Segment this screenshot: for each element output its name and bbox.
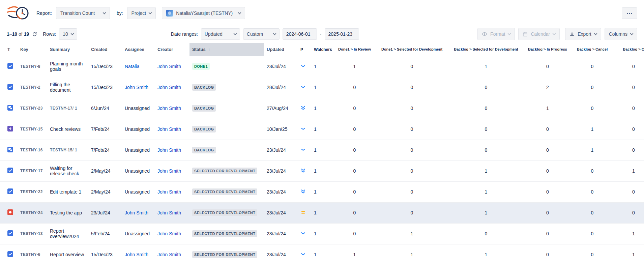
issue-key: TESTNY-22 [18, 181, 47, 202]
table-row[interactable]: TESTNY-13 Report overview2024 5/Feb/24 U… [0, 223, 644, 244]
columns-button[interactable]: Columns [605, 28, 637, 40]
report-label: Report: [36, 10, 52, 16]
transition-count: 0 [333, 223, 376, 244]
transition-count: 1 [376, 244, 448, 264]
transition-count: 0 [571, 202, 613, 223]
chevron-down-icon [103, 11, 106, 14]
more-menu-button[interactable]: ⋯ [622, 7, 637, 19]
rows-per-page-select[interactable]: 10 [59, 28, 77, 40]
priority-low-icon [300, 231, 306, 236]
column-header-assignee[interactable]: Assignee [122, 43, 155, 56]
creator-link[interactable]: John Smith [155, 56, 189, 77]
priority-low-icon [300, 63, 306, 69]
chevron-down-icon [508, 32, 511, 35]
priority-low-icon [300, 84, 306, 90]
column-header-backlog-selected-for-development[interactable]: Backlog > Selected for Development [448, 43, 524, 56]
creator-link[interactable]: John Smith [155, 98, 189, 119]
column-header-created[interactable]: Created [88, 43, 122, 56]
created-date: 5/Feb/24 [88, 223, 122, 244]
table-row[interactable]: TESTNY-6 Report overview 15/Dec/23 John … [0, 244, 644, 264]
watchers-count: 1 [311, 119, 333, 140]
creator-link[interactable]: John Smith [155, 140, 189, 160]
issue-summary: Report overview2024 [47, 223, 88, 244]
column-header-watchers[interactable]: Watchers [311, 43, 333, 56]
assignee-link[interactable]: John Smith [122, 244, 155, 264]
date-to-input[interactable] [325, 28, 359, 40]
creator-link[interactable]: John Smith [155, 244, 189, 264]
calendar-button: Calendar [518, 28, 560, 40]
issue-type-subtask-icon [7, 147, 13, 152]
column-header-done1-selected-for-development[interactable]: Done1 > Selected for Development [376, 43, 448, 56]
transition-count: 0 [376, 202, 448, 223]
transition-count: 0 [613, 140, 644, 160]
created-date: 15/Dec/23 [88, 56, 122, 77]
table-row[interactable]: TESTNY-23 TESTNY-17/ 1 6/Jun/24 Unassign… [0, 98, 644, 119]
column-header-key[interactable]: Key [18, 43, 47, 56]
transition-count: 0 [333, 160, 376, 181]
column-header-type[interactable]: T [0, 43, 18, 56]
date-from-input[interactable] [283, 28, 317, 40]
transition-count: 0 [571, 77, 613, 98]
column-header-backlog-in-progress[interactable]: Backlog > In Progress [524, 43, 571, 56]
creator-link[interactable]: John Smith [155, 119, 189, 140]
assignee-link[interactable]: John Smith [122, 202, 155, 223]
report-type-select[interactable]: Transition Count [56, 7, 110, 19]
status-badge: BACKLOG [192, 105, 216, 112]
watchers-count: 1 [311, 181, 333, 202]
column-header-backlog-cancel[interactable]: Backlog > Cancel [571, 43, 613, 56]
assignee: Unassigned [122, 119, 155, 140]
column-header-updated[interactable]: Updated [264, 43, 298, 56]
creator-link[interactable]: John Smith [155, 160, 189, 181]
column-header-status[interactable]: Status ↑ [189, 43, 264, 56]
creator-link[interactable]: John Smith [155, 202, 189, 223]
transition-count: 0 [448, 77, 524, 98]
column-header-creator[interactable]: Creator [155, 43, 189, 56]
refresh-icon[interactable] [32, 32, 37, 37]
transition-count: 0 [613, 119, 644, 140]
column-header-status-label: Status [192, 47, 206, 52]
date-separator: - [320, 31, 322, 37]
creator-link[interactable]: John Smith [155, 181, 189, 202]
assignee-link[interactable]: John Smith [122, 77, 155, 98]
priority-low-icon [300, 126, 306, 131]
column-header-priority[interactable]: P [298, 43, 311, 56]
columns-label: Columns [609, 31, 627, 37]
table-row[interactable]: TESTNY-22 Edit template 1 2/May/24 Unass… [0, 181, 644, 202]
transition-count: 0 [333, 140, 376, 160]
priority-low-icon [300, 252, 306, 257]
transition-count: 1 [613, 160, 644, 181]
toolbar-actions: Format Calendar Export [477, 28, 637, 40]
creator-link[interactable]: John Smith [155, 223, 189, 244]
table-row[interactable]: TESTNY-15 Check reviews 7/Feb/24 Unassig… [0, 119, 644, 140]
column-header-done1-in-review[interactable]: Done1 > In Review [333, 43, 376, 56]
project-select[interactable]: NataliaYSaasjet (TESTNY) [162, 7, 245, 19]
watchers-count: 1 [311, 223, 333, 244]
status-badge: BACKLOG [192, 147, 216, 153]
table-row[interactable]: TESTNY-16 TESTNY-15/ 1 7/Feb/24 Unassign… [0, 140, 644, 160]
date-mode-select[interactable]: Custom [243, 28, 280, 40]
table-row[interactable]: TESTNY-2 Filling the document 15/Dec/23 … [0, 77, 644, 98]
table-row[interactable]: TESTNY-17 Waiting for release check 2/Ma… [0, 160, 644, 181]
transition-count: 1 [448, 56, 524, 77]
issue-summary: Waiting for release check [47, 160, 88, 181]
export-button[interactable]: Export [565, 28, 601, 40]
watchers-count: 1 [311, 202, 333, 223]
transition-count: 0 [376, 181, 448, 202]
creator-link[interactable]: John Smith [155, 77, 189, 98]
chevron-down-icon [273, 32, 276, 35]
assignee-link[interactable]: Natalia [122, 56, 155, 77]
date-field-select[interactable]: Updated [201, 28, 240, 40]
column-header-summary[interactable]: Summary [47, 43, 88, 56]
table-row[interactable]: TESTNY-8 Planning month goals 15/Dec/23 … [0, 56, 644, 77]
issue-key: TESTNY-2 [18, 77, 47, 98]
updated-date: 23/Jul/24 [264, 56, 298, 77]
group-by-select[interactable]: Project [127, 7, 156, 19]
issue-type-task-icon [7, 188, 13, 194]
assignee: Unassigned [122, 98, 155, 119]
download-icon [569, 32, 575, 37]
table-row[interactable]: TESTNY-24 Testing the app 23/Jul/24 John… [0, 202, 644, 223]
column-header-backlog-clipped[interactable]: Backlog > C [613, 43, 644, 56]
transition-count: 0 [571, 223, 613, 244]
transition-count: 0 [376, 160, 448, 181]
transition-count: 0 [524, 244, 571, 264]
